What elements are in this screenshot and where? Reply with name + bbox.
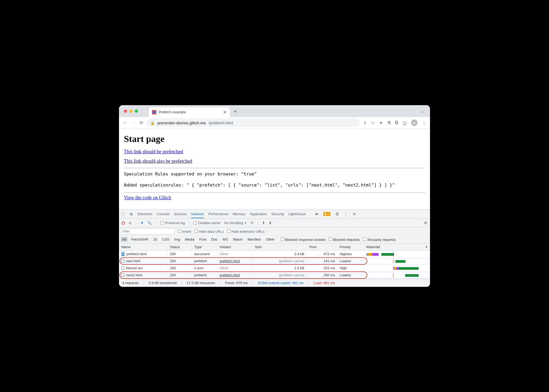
preserve-log-checkbox[interactable]: Preserve log bbox=[160, 221, 185, 225]
labs-flask-icon[interactable]: ⚗ bbox=[387, 120, 391, 125]
reload-button[interactable]: ⟳ bbox=[140, 120, 143, 126]
address-bar[interactable]: 🔒 prerender-demos.glitch.me/prefetch.htm… bbox=[147, 118, 360, 127]
devtools-tab-memory[interactable]: Memory bbox=[233, 212, 246, 216]
divider bbox=[124, 168, 425, 168]
blocked-cookies-checkbox[interactable]: Blocked response cookies bbox=[280, 237, 326, 242]
type-filter-media[interactable]: Media bbox=[183, 237, 196, 242]
third-party-checkbox[interactable]: 3rd-party requests bbox=[363, 237, 396, 242]
disable-cache-checkbox[interactable]: Disable cache bbox=[193, 221, 220, 225]
request-name: favicon.ico bbox=[126, 266, 143, 270]
waterfall-cell bbox=[366, 273, 428, 277]
devtools-tab-console[interactable]: Console bbox=[157, 212, 170, 216]
request-initiator: Other bbox=[220, 252, 229, 256]
window-zoom-button[interactable] bbox=[135, 109, 138, 113]
request-size: 1.0 kB bbox=[253, 266, 307, 270]
settings-gear-icon[interactable]: ⚙ bbox=[335, 212, 339, 217]
devtools-tab-performance[interactable]: Performance bbox=[208, 212, 228, 216]
blocked-requests-checkbox[interactable]: Blocked requests bbox=[329, 237, 360, 242]
type-filter-doc[interactable]: Doc bbox=[210, 237, 219, 242]
network-row[interactable]: favicon.ico200x-iconOther1.0 kB333 msHig… bbox=[119, 265, 430, 272]
request-time: 333 ms bbox=[307, 266, 338, 270]
type-filter-js[interactable]: JS bbox=[151, 237, 159, 242]
devtools-tab-application[interactable]: Application bbox=[250, 212, 267, 216]
request-status: 200 bbox=[168, 273, 192, 277]
extensions-puzzle-icon[interactable]: ✦ bbox=[379, 120, 383, 125]
browser-tab[interactable]: Prefetch example ✕ bbox=[149, 107, 230, 117]
search-icon[interactable]: 🔍 bbox=[147, 221, 152, 225]
type-filter-manifest[interactable]: Manifest bbox=[246, 237, 262, 242]
column-header-time[interactable]: Time bbox=[307, 245, 338, 249]
column-header-waterfall[interactable]: Waterfall▲ bbox=[364, 245, 430, 249]
back-button[interactable]: ← bbox=[123, 120, 127, 125]
status-domcontentloaded: DOMContentLoaded: 481 ms bbox=[258, 281, 303, 285]
type-filter-css[interactable]: CSS bbox=[160, 237, 171, 242]
network-table-header: NameStatusTypeInitiatorSizeTimePriorityW… bbox=[119, 244, 430, 251]
bookmark-star-icon[interactable]: ☆ bbox=[371, 120, 375, 125]
throttling-select[interactable]: No throttling ▼ bbox=[224, 221, 247, 225]
type-filter-img[interactable]: Img bbox=[173, 237, 182, 242]
speculation-support-text: Speculation Rules supported on your brow… bbox=[124, 170, 425, 178]
filter-input[interactable] bbox=[121, 228, 175, 234]
glitch-code-link[interactable]: View the code on Glitch bbox=[124, 195, 171, 200]
invert-checkbox[interactable]: Invert bbox=[178, 229, 191, 234]
window-minimize-button[interactable] bbox=[129, 109, 133, 113]
type-filter-wasm[interactable]: Wasm bbox=[231, 237, 244, 242]
prefetch-link-2[interactable]: This link should also be prefetched bbox=[124, 158, 192, 164]
column-header-priority[interactable]: Priority bbox=[338, 245, 364, 249]
devtools-close-icon[interactable]: ✕ bbox=[353, 212, 356, 217]
hide-extension-urls-checkbox[interactable]: Hide extension URLs bbox=[227, 229, 265, 234]
new-tab-button[interactable]: ＋ bbox=[233, 108, 238, 115]
warnings-badge[interactable]: ◧ 2 bbox=[323, 212, 330, 216]
network-settings-gear-icon[interactable]: ⚙ bbox=[424, 221, 427, 225]
type-filter-fetch-xhr[interactable]: Fetch/XHR bbox=[129, 237, 150, 242]
waterfall-cell bbox=[366, 252, 428, 256]
hide-data-urls-checkbox[interactable]: Hide data URLs bbox=[194, 229, 224, 234]
column-header-initiator[interactable]: Initiator bbox=[217, 245, 253, 249]
column-header-type[interactable]: Type bbox=[192, 245, 217, 249]
tabs-menu-chevron-icon[interactable]: ⌄ bbox=[421, 109, 424, 113]
inspect-element-icon[interactable]: ⬚ bbox=[121, 212, 125, 217]
export-har-icon[interactable]: ⬇ bbox=[269, 221, 272, 225]
devtools-menu-icon[interactable]: ⋮ bbox=[344, 212, 348, 217]
side-panel-icon[interactable]: ◫ bbox=[403, 120, 407, 125]
network-type-filters: AllFetch/XHRJSCSSImgMediaFontDocWSWasmMa… bbox=[119, 235, 430, 244]
request-status: 200 bbox=[168, 252, 192, 256]
devtools-tab-network[interactable]: Network bbox=[191, 212, 204, 218]
request-priority: Highest bbox=[338, 252, 364, 256]
devtools-tab-elements[interactable]: Elements bbox=[138, 212, 152, 216]
clear-button[interactable]: ⊘ bbox=[129, 221, 132, 225]
devtools-tab-security[interactable]: Security bbox=[271, 212, 284, 216]
network-row[interactable]: prefetch.html200documentOther2.4 kB472 m… bbox=[119, 251, 430, 258]
devtools-tab-lighthouse[interactable]: Lighthouse bbox=[288, 212, 306, 216]
record-button[interactable] bbox=[122, 221, 125, 225]
request-status: 200 bbox=[168, 266, 192, 270]
type-filter-other[interactable]: Other bbox=[264, 237, 276, 242]
google-g-icon[interactable]: G bbox=[395, 120, 398, 125]
column-header-size[interactable]: Size bbox=[253, 245, 307, 249]
document-icon bbox=[121, 252, 125, 256]
device-toolbar-icon[interactable]: ⧉ bbox=[130, 212, 133, 217]
type-filter-ws[interactable]: WS bbox=[221, 237, 230, 242]
more-tabs-icon[interactable]: ≫ bbox=[315, 212, 319, 216]
window-close-button[interactable] bbox=[124, 109, 127, 113]
devtools-tab-sources[interactable]: Sources bbox=[174, 212, 187, 216]
network-row[interactable]: next2.html200prefetchprefetch.html(prefe… bbox=[119, 272, 430, 279]
column-header-status[interactable]: Status bbox=[168, 245, 192, 249]
forward-button[interactable]: → bbox=[131, 120, 136, 125]
share-icon[interactable]: ⇪ bbox=[363, 120, 367, 125]
profile-avatar-icon[interactable]: ● bbox=[411, 119, 418, 126]
tab-close-icon[interactable]: ✕ bbox=[223, 110, 227, 115]
type-filter-all[interactable]: All bbox=[121, 237, 128, 242]
network-conditions-icon[interactable]: ⟳ bbox=[251, 221, 254, 225]
kebab-menu-icon[interactable]: ⋮ bbox=[422, 120, 426, 125]
file-icon bbox=[121, 274, 124, 277]
filter-toggle-icon[interactable]: ▼ bbox=[140, 221, 144, 225]
import-har-icon[interactable]: ⬆ bbox=[262, 221, 265, 225]
request-priority: Lowest bbox=[338, 273, 364, 277]
prefetch-link-1[interactable]: This link should be prefetched bbox=[124, 149, 183, 154]
type-filter-font[interactable]: Font bbox=[198, 237, 208, 242]
status-transferred: 5.6 kB transferred bbox=[149, 281, 177, 285]
network-row[interactable]: next.html200prefetchprefetch.html(prefet… bbox=[119, 258, 430, 265]
column-header-name[interactable]: Name bbox=[119, 245, 168, 249]
network-table: NameStatusTypeInitiatorSizeTimePriorityW… bbox=[119, 244, 430, 279]
